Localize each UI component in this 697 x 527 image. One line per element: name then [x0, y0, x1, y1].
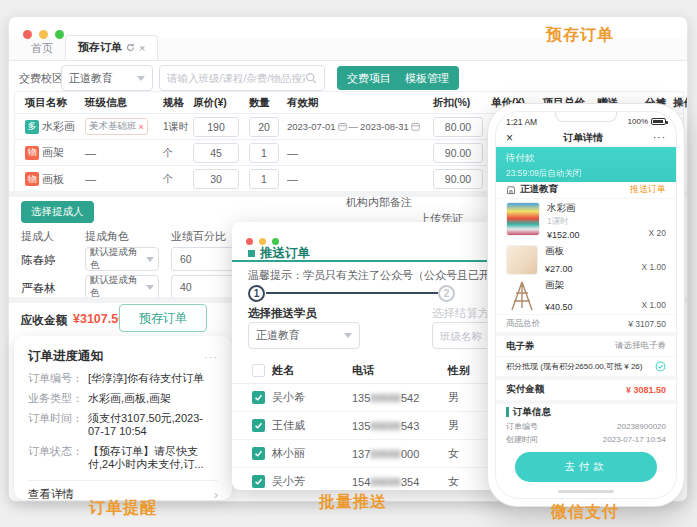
commission-percent-input[interactable]	[171, 275, 237, 299]
item-thumbnail	[506, 279, 538, 313]
fee-items-button[interactable]: 交费项目	[337, 66, 401, 90]
item-price: ¥152.00	[547, 230, 580, 240]
check-circle-icon[interactable]	[655, 361, 666, 372]
card-field: 订单时间：须支付3107.50元,2023-07-17 10:54	[28, 412, 218, 438]
item-name: 水彩画	[547, 202, 580, 215]
card-field: 订单状态：【预存订单】请尽快支付,24小时内未支付,订...	[28, 445, 218, 471]
paid-value: ¥ 3081.50	[626, 385, 666, 395]
minimize-window-icon[interactable]	[259, 238, 266, 245]
item-type-badge: 多	[25, 120, 39, 134]
receivable-label: 应收金额	[21, 313, 67, 328]
qty-input[interactable]	[249, 117, 279, 137]
goods-total-label: 商品总价	[506, 318, 540, 330]
campus-select[interactable]: 正道教育	[61, 65, 153, 91]
search-input[interactable]	[167, 72, 305, 84]
order-item: 画板 ¥27.00 X 1.00	[496, 242, 676, 276]
phone-page-title: 订单详情	[563, 131, 603, 145]
qty-input[interactable]	[249, 169, 279, 189]
phone-notch	[555, 112, 617, 122]
discount-input[interactable]	[433, 143, 483, 163]
shop-icon	[506, 185, 516, 195]
qty-input[interactable]	[249, 143, 279, 163]
phone-mockup: 1:21 AM 100% × 订单详情 ··· 待付款 23:59:09后自动关…	[487, 103, 685, 507]
commission-role-select[interactable]: 默认提成角色	[85, 275, 159, 299]
push-order-link[interactable]: 推送订单	[630, 183, 666, 196]
close-tab-icon[interactable]: ×	[139, 42, 145, 54]
student-checkbox[interactable]	[252, 419, 265, 432]
home-indicator	[558, 490, 614, 493]
payment-status: 待付款	[506, 152, 666, 165]
spec: 个	[159, 172, 189, 186]
student-phone: 13588888543	[352, 420, 448, 432]
close-icon[interactable]: ×	[506, 131, 513, 145]
more-icon[interactable]: ···	[653, 132, 666, 143]
annotation-batch-push: 批量推送	[303, 492, 403, 513]
student-row: 王佳威 13588888543 男	[232, 412, 504, 440]
tab-label: 预存订单	[78, 40, 122, 55]
more-icon[interactable]: ···	[204, 351, 218, 363]
receivable-amount: ¥3107.50	[73, 312, 125, 326]
student-checkbox[interactable]	[252, 475, 265, 488]
modal-campus-select[interactable]: 正道教育	[248, 322, 360, 349]
step-2-circle: 2	[438, 285, 455, 302]
prepaid-order-button[interactable]: 预存订单	[119, 304, 207, 332]
search-icon	[305, 72, 317, 84]
pending-payment-banner: 待付款 23:59:09后自动关闭	[496, 147, 676, 182]
order-info-title: 订单信息	[513, 406, 551, 419]
title-bullet	[248, 250, 255, 257]
discount-input[interactable]	[433, 169, 483, 189]
phone-screen: 1:21 AM 100% × 订单详情 ··· 待付款 23:59:09后自动关…	[495, 111, 677, 499]
go-pay-button[interactable]: 去付款	[515, 452, 657, 482]
spec: 1课时	[159, 120, 189, 134]
student-header-row: 姓名 电话 性别	[232, 358, 504, 384]
student-gender: 女	[448, 474, 488, 489]
refresh-tab-icon[interactable]	[126, 43, 135, 52]
store-row: 正道教育 推送订单	[496, 182, 676, 199]
student-checkbox[interactable]	[252, 391, 265, 404]
commission-role-select[interactable]: 默认提成角色	[85, 247, 159, 271]
view-detail-link[interactable]: 查看详情	[28, 487, 74, 502]
order-item: 画架 ¥40.50 X 1.00	[496, 276, 676, 314]
item-type-badge: 物	[25, 146, 39, 160]
step-connector	[266, 292, 438, 294]
push-order-modal: 推送订单 温馨提示：学员只有关注了公众号（公众号且已开通收银 1 2 选择推送学…	[232, 222, 504, 490]
price-input[interactable]	[193, 117, 239, 137]
tab-prepaid-order[interactable]: 预存订单 ×	[65, 35, 158, 60]
remove-tag-icon[interactable]: ×	[139, 122, 144, 132]
student-phone: 13588888542	[352, 392, 448, 404]
price-input[interactable]	[193, 143, 239, 163]
order-progress-card: 订单进度通知 ··· 订单编号：[华淳淳]你有待支付订单 业务类型：水彩画,画板…	[14, 336, 232, 500]
campus-label: 交费校区	[19, 71, 63, 86]
order-info-header: 订单信息	[496, 404, 676, 421]
created-time-row: 创建时间 2023-07-17 10:54	[496, 433, 676, 446]
select-all-checkbox[interactable]	[252, 364, 265, 377]
price-input[interactable]	[193, 169, 239, 189]
class-tag: 美术基础班×	[85, 118, 148, 135]
validity-range[interactable]: 2023-07-01 — 2023-08-31	[283, 121, 429, 132]
student-row: 林小丽 13788888000 女	[232, 440, 504, 468]
paid-label: 实付金额	[506, 383, 544, 396]
item-name: 画板	[545, 245, 573, 258]
student-table: 姓名 电话 性别 吴小希 13588888542 男 王佳威 135888885…	[232, 358, 504, 490]
student-checkbox[interactable]	[252, 447, 265, 460]
student-gender: 男	[448, 390, 488, 405]
chevron-down-icon	[146, 285, 154, 290]
chevron-down-icon	[146, 257, 154, 262]
paid-amount-row: 实付金额 ¥ 3081.50	[496, 380, 676, 400]
discount-input[interactable]	[433, 117, 483, 137]
order-item: 水彩画 1课时 ¥152.00 X 20	[496, 199, 676, 243]
chevron-down-icon	[344, 333, 352, 338]
points-label: 积分抵现 (现有积分2650.00,可抵 ¥ 26)	[506, 361, 642, 372]
close-window-icon[interactable]	[246, 238, 253, 245]
search-box[interactable]	[159, 65, 325, 91]
maximize-window-icon[interactable]	[272, 238, 279, 245]
template-manage-button[interactable]: 模板管理	[395, 66, 459, 90]
tab-home[interactable]: 首页	[19, 37, 65, 60]
student-gender: 女	[448, 446, 488, 461]
phone-nav-bar: × 订单详情 ···	[496, 129, 676, 147]
select-commission-button[interactable]: 选择提成人	[21, 201, 94, 223]
commission-percent-input[interactable]	[171, 247, 237, 271]
points-row[interactable]: 积分抵现 (现有积分2650.00,可抵 ¥ 26)	[496, 356, 676, 376]
item-qty: X 20	[649, 228, 667, 240]
coupon-row[interactable]: 电子券 请选择电子券	[496, 336, 676, 356]
